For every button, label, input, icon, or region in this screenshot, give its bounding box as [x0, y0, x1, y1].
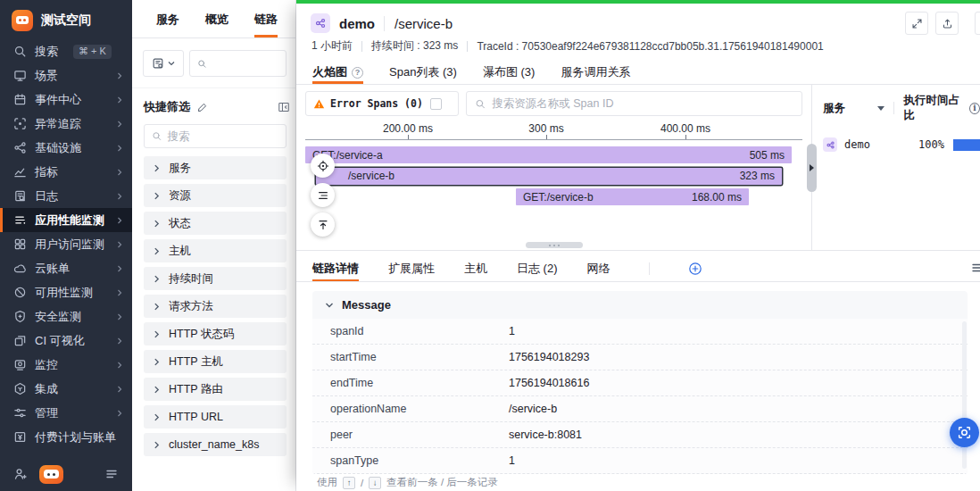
tab-services[interactable]: 服务: [156, 12, 179, 37]
filter-search-box[interactable]: [189, 50, 287, 77]
sidebar-item-logs[interactable]: 日志: [0, 184, 132, 208]
chevron-right-icon: [116, 193, 123, 200]
tab-overview[interactable]: 概览: [205, 12, 228, 37]
sidebar-item-security[interactable]: 安全监测: [0, 304, 132, 329]
sidebar-item-search[interactable]: 搜索 ⌘ + K: [0, 39, 132, 63]
user-add-icon[interactable]: [13, 467, 28, 481]
tab-traces[interactable]: 链路: [254, 12, 278, 37]
export-icon[interactable]: [935, 12, 959, 35]
subtab-attributes[interactable]: 扩展属性: [388, 255, 435, 281]
tick-label: 400.00 ms: [660, 122, 710, 135]
chevron-right-icon: [153, 220, 161, 228]
filter-group-service[interactable]: 服务: [144, 156, 287, 179]
filter-group-http-host[interactable]: HTTP 主机: [144, 350, 287, 373]
sidebar-item-exception-trace[interactable]: 异常追踪: [0, 112, 132, 136]
filter-group-cluster-name[interactable]: cluster_name_k8s: [144, 433, 287, 456]
service-name: demo: [844, 138, 870, 151]
span-search-input[interactable]: [492, 97, 793, 110]
subtab-network[interactable]: 网络: [587, 255, 610, 281]
fullscreen-icon[interactable]: [905, 12, 928, 35]
log-search-icon: [12, 189, 27, 204]
assistant-robot-icon[interactable]: [39, 465, 63, 484]
sidebar-item-cloud-bill[interactable]: 云账单: [0, 256, 132, 280]
receipt-icon: [12, 430, 27, 445]
sidebar-item-scene[interactable]: 场景: [0, 63, 132, 87]
more-actions-icon[interactable]: [975, 12, 980, 35]
span-bar-service-b[interactable]: /service-b 323 ms: [316, 168, 782, 185]
quick-filter-title: 快捷筛选: [144, 99, 190, 115]
tab-flame-graph[interactable]: 火焰图 ?: [312, 61, 363, 84]
toggle-tree-button[interactable]: [311, 183, 335, 207]
tab-service-call-graph[interactable]: 服务调用关系: [561, 61, 630, 84]
tab-waterfall[interactable]: 瀑布图 (3): [483, 61, 536, 84]
app-logo-icon: [12, 10, 33, 31]
chevron-right-icon: [153, 303, 161, 311]
subtab-host[interactable]: 主机: [464, 255, 487, 281]
inspect-fab-button[interactable]: [950, 418, 979, 447]
subtab-span-detail[interactable]: 链路详情: [312, 255, 359, 281]
search-icon: [152, 130, 162, 142]
message-section-header[interactable]: Message: [312, 291, 968, 319]
subtab-logs[interactable]: 日志 (2): [517, 255, 558, 281]
grid-icon: [12, 237, 27, 252]
collapse-panel-icon[interactable]: [278, 101, 290, 113]
message-section: Message spanId1 startTime1756194018293 e…: [312, 291, 968, 474]
sidebar-item-rum[interactable]: 用户访问监测: [0, 232, 132, 256]
quick-filter-search-box[interactable]: [144, 124, 287, 148]
shield-plus-icon: [12, 310, 27, 324]
collapse-menu-icon[interactable]: [104, 467, 119, 481]
sidebar-item-ci[interactable]: CI 可视化: [0, 329, 132, 353]
services-column-header[interactable]: 服务: [823, 101, 845, 116]
chevron-right-icon: [116, 72, 123, 79]
span-search-box[interactable]: [466, 91, 802, 116]
sidebar-item-monitoring[interactable]: 监控: [0, 353, 132, 377]
flame-graph-panel: Error Spans (0) 200.00 ms 300 ms 400.00 …: [296, 85, 812, 250]
chevron-down-icon: [168, 60, 175, 67]
sidebar-item-management[interactable]: 管理: [0, 401, 132, 425]
scroll-to-top-button[interactable]: [311, 212, 335, 237]
filter-group-host[interactable]: 主机: [144, 239, 287, 262]
resize-handle-horizontal[interactable]: [526, 242, 583, 248]
span-bar-service-b-child[interactable]: GET:/service-b 168.00 ms: [516, 188, 749, 205]
chevron-right-icon: [116, 313, 123, 320]
sliders-icon: [12, 406, 27, 420]
sort-caret-icon[interactable]: [877, 106, 884, 111]
sidebar-item-billing[interactable]: 付费计划与账单: [0, 425, 132, 449]
filter-group-http-status[interactable]: HTTP 状态码: [144, 322, 287, 345]
sidebar-item-infrastructure[interactable]: 基础设施: [0, 136, 132, 160]
locate-span-button[interactable]: [311, 154, 335, 178]
span-bar-service-a[interactable]: GET:/service-a 505 ms: [305, 146, 792, 163]
panel-expand-handle[interactable]: [807, 144, 817, 192]
filter-group-http-route[interactable]: HTTP 路由: [144, 378, 287, 401]
filter-group-http-url[interactable]: HTTP URL: [144, 405, 287, 429]
error-spans-filter[interactable]: Error Spans (0): [305, 91, 459, 116]
sidebar-item-availability[interactable]: 可用性监测: [0, 280, 132, 304]
search-icon: [197, 58, 207, 70]
filter-group-duration[interactable]: 持续时间: [144, 267, 287, 290]
filter-search-input[interactable]: [212, 55, 278, 71]
chevron-right-icon: [116, 289, 123, 296]
sidebar-item-metrics[interactable]: 指标: [0, 160, 132, 184]
sidebar-item-apm[interactable]: 应用性能监测: [0, 208, 132, 232]
sidebar-item-event-center[interactable]: 事件中心: [0, 87, 132, 112]
quick-filter-search-input[interactable]: [167, 130, 278, 143]
filter-group-method[interactable]: 请求方法: [144, 295, 287, 318]
error-spans-checkbox[interactable]: [430, 98, 442, 110]
drawer-service-name: demo: [339, 16, 375, 31]
add-tab-icon[interactable]: [688, 262, 702, 276]
sidebar-footer: [0, 457, 132, 491]
search-icon: [475, 98, 486, 110]
calendar-icon: [12, 93, 27, 107]
tick-label: 300 ms: [528, 122, 563, 135]
search-shortcut: ⌘ + K: [73, 45, 112, 59]
tab-settings-icon[interactable]: [971, 261, 980, 275]
filter-group-resource[interactable]: 资源: [144, 184, 287, 207]
chevron-right-icon: [116, 96, 123, 104]
sidebar-item-integration[interactable]: 集成: [0, 377, 132, 401]
filter-group-status[interactable]: 状态: [144, 212, 287, 235]
tab-span-list[interactable]: Span列表 (3): [389, 61, 457, 84]
chevron-right-icon: [116, 337, 123, 345]
saved-views-dropdown[interactable]: [143, 50, 184, 77]
service-row-demo[interactable]: demo 100%: [823, 137, 980, 152]
edit-pencil-icon[interactable]: [196, 102, 208, 113]
